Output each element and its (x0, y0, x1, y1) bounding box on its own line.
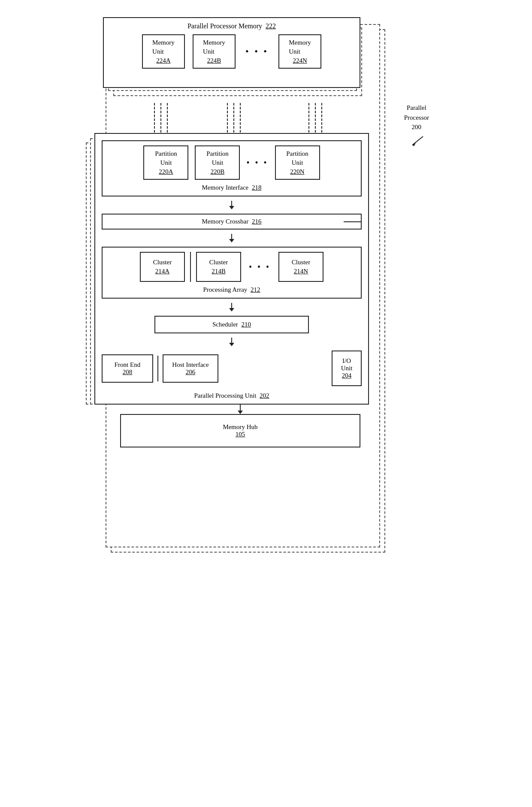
arrow-down-4 (229, 343, 234, 346)
cluster-214b: Cluster 214B (196, 252, 241, 282)
memory-crossbar-box: Memory Crossbar 216 (102, 214, 362, 230)
memory-interface-section: Partition Unit 220A Partition Unit 220B … (102, 140, 362, 196)
host-interface-box: Host Interface 206 (163, 354, 218, 383)
arrow-down-2 (229, 239, 234, 242)
ppu-hub-line (240, 405, 241, 411)
arrow-down-3 (229, 308, 234, 311)
processing-array-section: Cluster 214A Cluster 214B • • • Cluster (102, 247, 362, 299)
connector-svg-1 (112, 103, 369, 133)
main-content: Parallel Processor Memory 222 Memory Uni… (99, 17, 382, 447)
parallel-processor-label: Parallel Processor 200 (404, 103, 429, 147)
front-end-box: Front End 208 (102, 354, 153, 383)
memory-unit-224n: Memory Unit 224N (278, 34, 321, 69)
svg-line-0 (412, 136, 423, 145)
arrow-to-bottom (229, 338, 234, 346)
ppu-main-box: Partition Unit 220A Partition Unit 220B … (94, 133, 369, 405)
arrow-to-processing (229, 234, 234, 242)
clusters-row: Cluster 214A Cluster 214B • • • Cluster (140, 252, 323, 282)
processing-array-label: Processing Array 212 (203, 286, 260, 293)
arrow-down-1 (229, 206, 234, 209)
cluster-dots: • • • (245, 262, 274, 272)
io-unit-box: I/O Unit 204 (332, 351, 362, 386)
ppm-title: Parallel Processor Memory 222 (187, 22, 276, 30)
bottom-divider-1 (157, 356, 158, 381)
ppm-main-box: Parallel Processor Memory 222 Memory Uni… (103, 17, 360, 88)
connector-line-1 (231, 201, 232, 206)
mem-to-partition-connectors (112, 103, 369, 133)
arrow-to-crossbar (229, 201, 234, 209)
arrow-to-scheduler (229, 303, 234, 311)
partition-units-row: Partition Unit 220A Partition Unit 220B … (143, 145, 320, 180)
cluster-214a: Cluster 214A (140, 252, 185, 282)
partition-unit-220n: Partition Unit 220N (275, 145, 320, 180)
partition-unit-220b: Partition Unit 220B (195, 145, 240, 180)
ppu-wrapper: Partition Unit 220A Partition Unit 220B … (94, 133, 386, 405)
connector-line-4 (231, 338, 232, 343)
memory-interface-label: Memory Interface 218 (202, 184, 262, 191)
partition-unit-220a: Partition Unit 220A (143, 145, 188, 180)
connector-line-3 (231, 303, 232, 308)
partition-dots: • • • (246, 158, 268, 168)
ppu-label: Parallel Processing Unit 202 (194, 392, 269, 399)
memory-units-row: Memory Unit 224A Memory Unit 224B • • • … (142, 34, 321, 69)
memory-unit-224b: Memory Unit 224B (193, 34, 236, 69)
connector-line-2 (231, 234, 232, 239)
cluster-divider-1 (190, 252, 191, 282)
scheduler-box: Scheduler 210 (154, 316, 309, 333)
memory-unit-224a: Memory Unit 224A (142, 34, 185, 69)
cluster-214n: Cluster 214N (278, 252, 323, 282)
bottom-row: Front End 208 Host Interface 206 I/O Uni… (102, 351, 362, 386)
memory-units-dots: • • • (243, 46, 271, 57)
page: Parallel Processor 200 Pa (73, 17, 459, 487)
diagram: Parallel Processor 200 Pa (99, 17, 433, 447)
pp-arrow-icon (408, 134, 425, 147)
memory-hub-box: Memory Hub 105 (120, 414, 360, 447)
ppm-stack-wrapper: Parallel Processor Memory 222 Memory Uni… (103, 17, 378, 103)
ppu-hub-arrow (238, 411, 243, 414)
crossbar-side-branch (344, 221, 362, 222)
ppu-to-hub-connector (238, 405, 243, 414)
